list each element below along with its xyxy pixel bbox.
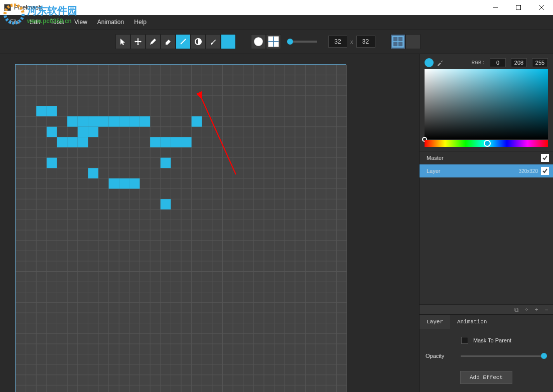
brush-square[interactable] (266, 34, 281, 49)
remove-layer-icon[interactable]: − (543, 306, 550, 313)
main-area: RGB: Master Layer 320x320 ⧉ ⁘ + (0, 54, 553, 392)
minimize-button[interactable] (484, 0, 507, 15)
menu-edit[interactable]: Edit (25, 17, 45, 28)
menu-help[interactable]: Help (129, 17, 152, 28)
color-picker: RGB: (420, 54, 553, 151)
svg-point-6 (254, 37, 263, 46)
eyedropper-icon[interactable] (437, 59, 444, 66)
svg-rect-1 (516, 6, 521, 10)
layer-row[interactable]: Layer 320x320 (420, 164, 553, 177)
move-tool[interactable] (130, 34, 146, 49)
app-icon (4, 4, 11, 11)
opacity-thumb[interactable] (541, 353, 547, 359)
brush-size-slider[interactable] (287, 41, 317, 43)
menu-view[interactable]: View (69, 17, 92, 28)
opacity-slider[interactable] (461, 355, 547, 357)
menubar: File Edit Tools View Animation Help (0, 15, 553, 29)
titlebar: Pixelmash (0, 0, 553, 15)
opacity-row: Opacity (426, 353, 547, 359)
app-title: Pixelmash (14, 4, 42, 11)
master-layer-label: Master (424, 155, 538, 161)
canvas-size-group: x (328, 36, 375, 48)
duplicate-layer-icon[interactable]: ⧉ (513, 306, 520, 313)
grid-on[interactable] (390, 34, 405, 49)
current-color-swatch[interactable] (425, 58, 434, 67)
rgb-label: RGB: (472, 60, 485, 66)
brush-group (251, 34, 323, 49)
side-panel: RGB: Master Layer 320x320 ⧉ ⁘ + (419, 54, 553, 392)
menu-animation[interactable]: Animation (92, 17, 129, 28)
color-swatch[interactable] (221, 34, 236, 49)
properties-tabs: Layer Animation (420, 314, 553, 329)
layer-size: 320x320 (519, 168, 538, 174)
merge-layer-icon[interactable]: ⁘ (523, 306, 530, 313)
toolbar: x (0, 29, 553, 54)
tab-layer[interactable]: Layer (420, 315, 450, 329)
menu-tools[interactable]: Tools (45, 17, 69, 28)
window-controls (484, 0, 553, 15)
opacity-label: Opacity (426, 353, 461, 359)
pixel-canvas-wrap[interactable] (15, 64, 346, 392)
saturation-value-box[interactable] (425, 69, 548, 139)
pixel-canvas[interactable] (16, 65, 347, 392)
close-button[interactable] (530, 0, 553, 15)
layer-visible-checkbox[interactable] (541, 167, 549, 175)
mask-label: Mask To Parent (473, 337, 511, 343)
mask-to-parent-row: Mask To Parent (426, 337, 547, 344)
menu-file[interactable]: File (5, 17, 25, 28)
pencil-tool[interactable] (146, 34, 161, 49)
canvas-height-input[interactable] (356, 36, 375, 48)
canvas-area[interactable] (0, 54, 419, 392)
eraser-tool[interactable] (161, 34, 176, 49)
layers-panel: Master Layer 320x320 (420, 151, 553, 177)
hue-slider[interactable] (425, 140, 548, 147)
mask-checkbox[interactable] (461, 337, 468, 344)
pointer-tool[interactable] (115, 34, 130, 49)
rgb-b-input[interactable] (532, 58, 548, 67)
properties-body: Mask To Parent Opacity Add Effect (420, 329, 553, 392)
line-tool[interactable] (176, 34, 191, 49)
svg-line-4 (181, 39, 186, 44)
rgb-r-input[interactable] (490, 58, 506, 67)
master-layer-row[interactable]: Master (420, 151, 553, 164)
rgb-g-input[interactable] (511, 58, 527, 67)
bucket-tool[interactable] (191, 34, 206, 49)
grid-off[interactable] (405, 34, 421, 49)
maximize-button[interactable] (507, 0, 530, 15)
hue-cursor[interactable] (484, 140, 491, 147)
size-separator: x (350, 39, 353, 45)
brush-tool[interactable] (206, 34, 221, 49)
layer-tools: ⧉ ⁘ + − (420, 304, 553, 314)
grid-toggle-group (390, 34, 421, 49)
add-layer-icon[interactable]: + (533, 306, 540, 313)
canvas-width-input[interactable] (328, 36, 347, 48)
tool-group (115, 34, 236, 49)
tab-animation[interactable]: Animation (450, 315, 494, 329)
add-effect-button[interactable]: Add Effect (460, 371, 512, 384)
brush-circle[interactable] (251, 34, 266, 49)
slider-thumb[interactable] (287, 39, 293, 45)
master-visible-checkbox[interactable] (541, 154, 549, 162)
layer-label: Layer (424, 168, 519, 174)
